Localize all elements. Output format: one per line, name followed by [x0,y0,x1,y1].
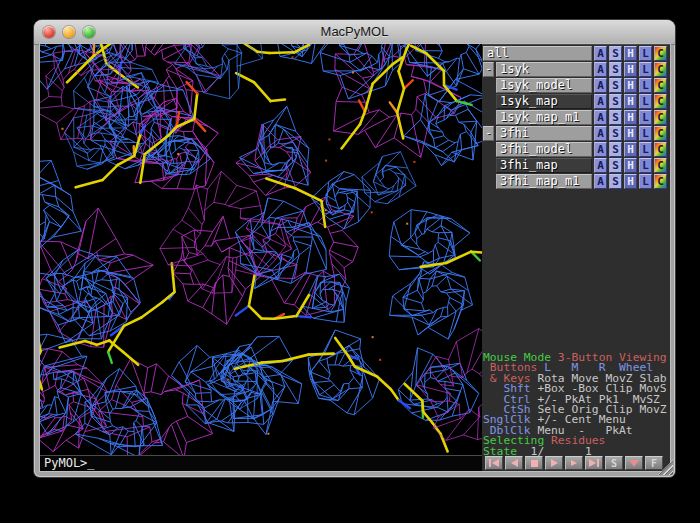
action-s-button[interactable]: S [609,62,622,77]
action-s-button[interactable]: S [609,46,622,61]
go-to-start-button[interactable] [485,456,503,470]
object-name-button[interactable]: 1syk_model [496,78,592,93]
viewport-3d[interactable] [40,44,482,456]
fullscreen-button[interactable]: F [645,456,663,470]
action-h-button[interactable]: H [624,94,637,109]
action-a-button[interactable]: A [594,174,607,189]
action-a-button[interactable]: A [594,94,607,109]
object-list: allASHLC-1sykASHLC1syk_modelASHLC1syk_ma… [483,46,669,190]
object-row: -1sykASHLC [483,62,669,77]
action-c-button[interactable]: C [654,126,667,141]
object-row: -3fhiASHLC [483,126,669,141]
td-icon [629,460,639,467]
object-row: 3fhi_mapASHLC [483,158,669,173]
window-title: MacPyMOL [34,24,675,39]
action-c-button[interactable]: C [654,174,667,189]
action-c-button[interactable]: C [654,110,667,125]
indent-spacer [483,78,496,93]
action-c-button[interactable]: C [654,62,667,77]
action-s-button[interactable]: S [609,78,622,93]
object-name-button[interactable]: 1syk_map_m1 [496,110,592,125]
object-name-button[interactable]: 3fhi_map [496,158,592,173]
tr-icon [589,459,596,467]
object-row: 3fhi_modelASHLC [483,142,669,157]
title-bar[interactable]: MacPyMOL [34,20,675,45]
mouse-mode-panel: Mouse Mode 3-Button Viewing Buttons L M … [483,353,667,457]
object-name-button[interactable]: 3fhi_map_m1 [496,174,592,189]
sq-icon [531,460,538,467]
action-c-button[interactable]: C [654,78,667,93]
action-l-button[interactable]: L [639,62,652,77]
action-l-button[interactable]: L [639,126,652,141]
indent-spacer [483,158,496,173]
indent-spacer [483,142,496,157]
screen: MacPyMOL PyMOL>_ allASHLC-1sykASHLC1syk_… [0,0,700,523]
play-button[interactable] [545,456,563,470]
indent-spacer [483,110,496,125]
stop-button[interactable] [525,456,543,470]
bar-icon [489,459,491,467]
tr-icon [551,459,558,467]
action-s-button[interactable]: S [609,174,622,189]
action-c-button[interactable]: C [654,94,667,109]
step-forward-button[interactable] [565,456,583,470]
action-a-button[interactable]: A [594,110,607,125]
go-to-end-button[interactable] [585,456,603,470]
action-a-button[interactable]: A [594,46,607,61]
action-c-button[interactable]: C [654,158,667,173]
collapse-button[interactable]: - [483,126,494,141]
action-s-button[interactable]: S [609,158,622,173]
step-back-button[interactable] [505,456,523,470]
object-row: 1syk_mapASHLC [483,94,669,109]
action-c-button[interactable]: C [654,46,667,61]
action-h-button[interactable]: H [624,78,637,93]
action-h-button[interactable]: H [624,126,637,141]
indent-spacer [483,174,496,189]
trs-icon [571,460,577,466]
tl-icon [511,459,518,467]
action-h-button[interactable]: H [624,46,637,61]
action-s-button[interactable]: S [609,142,622,157]
object-name-button[interactable]: 3fhi [496,126,592,141]
action-h-button[interactable]: H [624,110,637,125]
collapse-button[interactable]: - [483,62,494,77]
indent-spacer [483,94,496,109]
action-l-button[interactable]: L [639,142,652,157]
playback-bar: SF [482,455,670,471]
object-row: allASHLC [483,46,669,61]
action-l-button[interactable]: L [639,174,652,189]
action-a-button[interactable]: A [594,62,607,77]
object-row: 3fhi_map_m1ASHLC [483,174,669,189]
object-row: 1syk_map_m1ASHLC [483,110,669,125]
bar-icon [597,459,599,467]
action-a-button[interactable]: A [594,78,607,93]
side-panel: allASHLC-1sykASHLC1syk_modelASHLC1syk_ma… [482,44,670,471]
object-name-button[interactable]: all [483,46,592,61]
action-a-button[interactable]: A [594,142,607,157]
object-name-button[interactable]: 1syk_map [496,94,592,109]
action-h-button[interactable]: H [624,62,637,77]
action-c-button[interactable]: C [654,142,667,157]
command-line-input[interactable]: PyMOL>_ [40,455,482,471]
object-name-button[interactable]: 3fhi_model [496,142,592,157]
tl-icon [492,459,499,467]
action-s-button[interactable]: S [609,94,622,109]
s-button[interactable]: S [605,456,623,470]
action-l-button[interactable]: L [639,110,652,125]
macpymol-window: MacPyMOL PyMOL>_ allASHLC-1sykASHLC1syk_… [34,20,675,477]
action-h-button[interactable]: H [624,174,637,189]
object-row: 1syk_modelASHLC [483,78,669,93]
action-s-button[interactable]: S [609,126,622,141]
action-h-button[interactable]: H [624,142,637,157]
action-a-button[interactable]: A [594,158,607,173]
action-l-button[interactable]: L [639,46,652,61]
action-l-button[interactable]: L [639,94,652,109]
action-h-button[interactable]: H [624,158,637,173]
action-s-button[interactable]: S [609,110,622,125]
window-content: PyMOL>_ allASHLC-1sykASHLC1syk_modelASHL… [40,44,670,471]
action-l-button[interactable]: L [639,158,652,173]
object-name-button[interactable]: 1syk [496,62,592,77]
menu-arrow-button[interactable] [625,456,643,470]
action-l-button[interactable]: L [639,78,652,93]
action-a-button[interactable]: A [594,126,607,141]
